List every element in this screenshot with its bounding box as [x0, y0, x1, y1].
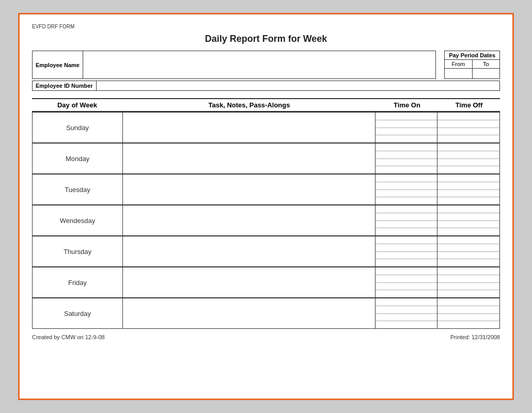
- time-on-line[interactable]: [375, 213, 437, 221]
- time-off-line[interactable]: [437, 213, 499, 221]
- time-off-section: [437, 144, 499, 173]
- form-page: EVFD DRF FORM Daily Report Form for Week…: [18, 13, 514, 400]
- time-off-line[interactable]: [437, 244, 499, 252]
- time-off-line[interactable]: [437, 252, 499, 260]
- page-title: Daily Report Form for Week: [32, 34, 500, 44]
- time-off-line[interactable]: [437, 236, 499, 244]
- time-on-line[interactable]: [375, 135, 437, 142]
- time-off-line[interactable]: [437, 298, 499, 306]
- table-row: Tuesday: [33, 174, 499, 205]
- time-on-line[interactable]: [375, 228, 437, 235]
- time-on-line[interactable]: [375, 182, 437, 190]
- task-cell[interactable]: [123, 267, 375, 297]
- time-on-section: [375, 113, 437, 142]
- table-row: Saturday: [33, 298, 499, 328]
- time-on-line[interactable]: [375, 290, 437, 297]
- task-cell[interactable]: [123, 174, 375, 204]
- time-off-section: [437, 113, 499, 142]
- time-off-line[interactable]: [437, 221, 499, 229]
- table-row: Wendesday: [33, 205, 499, 236]
- time-off-line[interactable]: [437, 197, 499, 204]
- employee-id-input[interactable]: [97, 81, 500, 91]
- time-on-line[interactable]: [375, 283, 437, 291]
- task-cell[interactable]: [123, 236, 375, 266]
- task-cell[interactable]: [123, 113, 375, 142]
- time-on-line[interactable]: [375, 166, 437, 173]
- time-on-line[interactable]: [375, 120, 437, 128]
- time-on-line[interactable]: [375, 151, 437, 159]
- time-on-line[interactable]: [375, 314, 437, 322]
- time-off-line[interactable]: [437, 135, 499, 142]
- time-off-line[interactable]: [437, 120, 499, 128]
- time-off-section: [437, 174, 499, 204]
- time-off-line[interactable]: [437, 259, 499, 266]
- time-off-line[interactable]: [437, 314, 499, 322]
- time-on-line[interactable]: [375, 190, 437, 198]
- time-on-line[interactable]: [375, 159, 437, 167]
- col-timeon-header: Time On: [376, 101, 438, 109]
- to-label: To: [473, 60, 499, 68]
- time-off-line[interactable]: [437, 275, 499, 283]
- time-on-line[interactable]: [375, 244, 437, 252]
- time-off-line[interactable]: [437, 228, 499, 235]
- time-on-line[interactable]: [375, 275, 437, 283]
- time-off-line[interactable]: [437, 174, 499, 182]
- table-row: Friday: [33, 267, 499, 298]
- time-on-line[interactable]: [375, 128, 437, 136]
- time-off-line[interactable]: [437, 113, 499, 120]
- time-off-section: [437, 267, 499, 297]
- col-day-header: Day of Week: [32, 101, 122, 109]
- time-on-section: [375, 267, 437, 297]
- time-on-line[interactable]: [375, 197, 437, 204]
- time-on-line[interactable]: [375, 321, 437, 328]
- main-table: SundayMondayTuesdayWendesdayThursdayFrid…: [32, 112, 500, 329]
- time-on-line[interactable]: [375, 298, 437, 306]
- time-on-line[interactable]: [375, 144, 437, 151]
- created-label: Created by CMW on 12-9-08: [32, 334, 105, 340]
- task-cell[interactable]: [123, 205, 375, 235]
- time-off-line[interactable]: [437, 182, 499, 190]
- day-cell: Monday: [33, 144, 123, 173]
- time-on-section: [375, 298, 437, 328]
- form-id-label: EVFD DRF FORM: [32, 24, 500, 29]
- time-off-line[interactable]: [437, 283, 499, 291]
- time-on-line[interactable]: [375, 205, 437, 213]
- from-input[interactable]: [445, 68, 472, 78]
- pay-period-label: Pay Period Dates: [445, 51, 499, 60]
- employee-name-input[interactable]: [83, 51, 436, 79]
- time-off-line[interactable]: [437, 151, 499, 159]
- time-off-section: [437, 298, 499, 328]
- time-off-line[interactable]: [437, 159, 499, 167]
- time-off-line[interactable]: [437, 290, 499, 297]
- time-off-line[interactable]: [437, 144, 499, 151]
- time-off-line[interactable]: [437, 321, 499, 328]
- day-cell: Saturday: [33, 298, 123, 328]
- col-timeoff-header: Time Off: [438, 101, 500, 109]
- time-off-line[interactable]: [437, 267, 499, 275]
- time-on-line[interactable]: [375, 259, 437, 266]
- column-headers: Day of Week Task, Notes, Pass-Alongs Tim…: [32, 98, 500, 112]
- time-off-line[interactable]: [437, 128, 499, 136]
- time-on-line[interactable]: [375, 252, 437, 260]
- task-cell[interactable]: [123, 144, 375, 173]
- task-cell[interactable]: [123, 298, 375, 328]
- time-off-line[interactable]: [437, 166, 499, 173]
- time-on-line[interactable]: [375, 306, 437, 314]
- time-off-section: [437, 236, 499, 266]
- printed-label: Printed: 12/31/2008: [450, 334, 500, 340]
- table-row: Monday: [33, 144, 499, 174]
- time-off-line[interactable]: [437, 205, 499, 213]
- time-on-line[interactable]: [375, 221, 437, 229]
- time-on-line[interactable]: [375, 174, 437, 182]
- time-off-line[interactable]: [437, 190, 499, 198]
- time-on-line[interactable]: [375, 113, 437, 120]
- time-off-section: [437, 205, 499, 235]
- time-on-line[interactable]: [375, 236, 437, 244]
- time-on-line[interactable]: [375, 267, 437, 275]
- footer: Created by CMW on 12-9-08 Printed: 12/31…: [32, 334, 500, 340]
- time-off-line[interactable]: [437, 306, 499, 314]
- day-cell: Wendesday: [33, 205, 123, 235]
- from-label: From: [445, 60, 472, 68]
- to-input[interactable]: [473, 68, 499, 78]
- col-tasks-header: Task, Notes, Pass-Alongs: [122, 101, 376, 109]
